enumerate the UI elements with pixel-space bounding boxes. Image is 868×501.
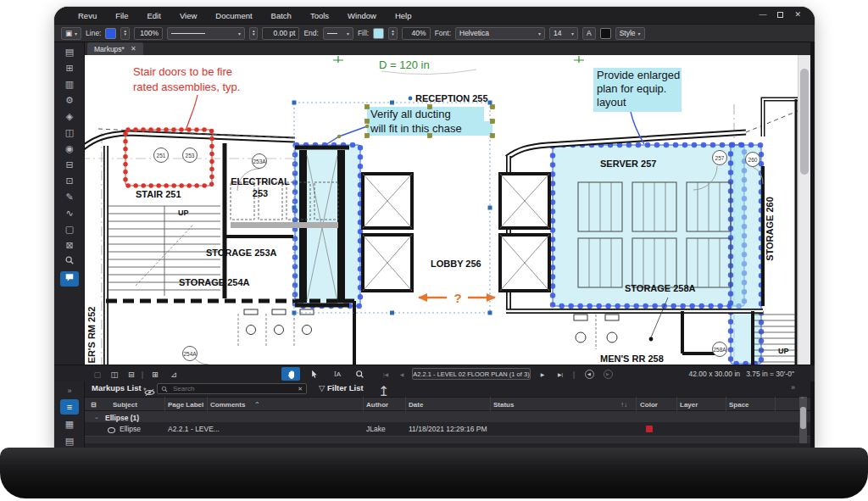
next-view-button[interactable]: ▶ — [602, 367, 614, 381]
document-tab[interactable]: Markups* ✕ — [87, 42, 143, 55]
split-vertical-button[interactable]: ◫ — [108, 367, 120, 381]
studio-icon[interactable] — [60, 271, 79, 287]
scroll-up-icon[interactable]: ⌃ — [800, 396, 804, 402]
menu-view[interactable]: View — [180, 11, 197, 20]
text-fill-swatch[interactable] — [600, 28, 611, 39]
next-page-button[interactable]: ▶ — [537, 367, 548, 381]
close-button[interactable]: ✕ — [794, 10, 801, 19]
canvas-scrollbar[interactable] — [798, 55, 810, 365]
menu-batch[interactable]: Batch — [271, 11, 292, 20]
sync-views-button[interactable]: ⊞ — [149, 367, 161, 381]
split-horizontal-button[interactable]: ⊟ — [125, 367, 137, 381]
line-width-stepper[interactable]: ▲▼ — [249, 27, 258, 40]
maximize-button[interactable] — [777, 12, 783, 18]
markups-scrollbar-thumb[interactable] — [800, 407, 806, 429]
col-status[interactable]: Status — [493, 401, 514, 409]
prev-page-button[interactable]: ◀ — [397, 367, 407, 381]
font-size-dropdown[interactable]: 14▾ — [549, 27, 578, 40]
canvas-scrollbar-thumb[interactable] — [800, 69, 809, 175]
select-text-button[interactable]: IA — [331, 367, 344, 381]
fill-color-swatch[interactable] — [373, 28, 384, 39]
pan-tool-button[interactable] — [281, 367, 300, 381]
col-comments[interactable]: Comments — [210, 401, 245, 409]
form-data-icon[interactable]: ▤ — [62, 435, 77, 448]
line-style-dropdown[interactable]: ▾ — [167, 27, 245, 40]
panel-chevrons-icon[interactable]: » — [62, 385, 77, 398]
red-cloud-markup[interactable] — [125, 95, 212, 186]
col-space[interactable]: Space — [729, 401, 749, 409]
select-tool-button[interactable] — [307, 367, 320, 381]
fill-opacity-stepper[interactable]: ▲▼ — [388, 27, 397, 40]
drawing-canvas[interactable]: Stair doors to be fire rated assemblies,… — [85, 55, 810, 365]
markups-scrollbar[interactable]: ⌃ — [799, 397, 807, 443]
layers-icon[interactable]: ◈ — [62, 110, 77, 124]
signatures-icon[interactable]: ∿ — [62, 207, 77, 220]
forms-icon[interactable]: ▢ — [62, 223, 77, 237]
dimension-label[interactable]: D = 120 in — [379, 58, 430, 71]
col-author[interactable]: Author — [366, 401, 388, 409]
markup-table-row[interactable]: Ellipse A2.2.1 - LEVE... JLake 11/18/202… — [85, 422, 810, 437]
skew-tool-button[interactable]: ⊿ — [168, 367, 180, 381]
col-layer[interactable]: Layer — [680, 401, 698, 409]
thumbnails-icon[interactable]: ⊞ — [62, 62, 77, 75]
markups-icon[interactable]: ✎ — [62, 191, 77, 204]
filter-list-button[interactable]: ▽ Filter List — [319, 383, 364, 392]
first-page-button[interactable]: |◀ — [380, 367, 392, 381]
menu-file[interactable]: File — [115, 11, 128, 20]
line-opacity-value[interactable]: 100% — [134, 27, 163, 40]
close-tab-icon[interactable]: ✕ — [131, 45, 136, 53]
model-3d-icon[interactable]: ▦ — [62, 418, 77, 431]
font-dropdown[interactable]: Helvetica▾ — [455, 27, 545, 40]
clear-search-icon[interactable]: ✕ — [298, 386, 303, 392]
red-note-line2[interactable]: rated assemblies, typ. — [133, 81, 240, 93]
fill-opacity-value[interactable]: 40% — [402, 27, 431, 40]
search-icon[interactable] — [62, 255, 77, 269]
line-opacity-stepper[interactable]: ▲▼ — [120, 27, 129, 40]
panel-collapse-chevrons[interactable]: » — [791, 383, 795, 392]
line-width-value[interactable]: 0.00 pt — [262, 27, 299, 40]
minimize-button[interactable]: — — [759, 10, 766, 19]
tool-chest-icon[interactable]: ◫ — [62, 126, 77, 140]
measurements-icon[interactable]: ⊡ — [62, 175, 77, 188]
spaces-icon[interactable]: ◉ — [62, 142, 77, 156]
markups-list-tab-icon[interactable]: ≡ — [60, 399, 79, 415]
markups-list-title[interactable]: Markups List ▾ — [92, 383, 146, 392]
tool-preset-button[interactable]: ▣▾ — [61, 27, 81, 40]
markups-search-input[interactable] — [171, 384, 294, 393]
markups-search-box[interactable]: ✕ — [157, 383, 307, 394]
question-arrow-markup[interactable]: ? — [418, 291, 496, 305]
line-color-swatch[interactable] — [105, 28, 116, 39]
windows-icon[interactable]: ⊟ — [62, 159, 77, 172]
col-page-label[interactable]: Page Label — [168, 401, 203, 409]
collapse-all-icon[interactable]: ⊟ — [91, 401, 97, 409]
menu-edit[interactable]: Edit — [147, 11, 161, 20]
provide-callout-markup[interactable]: Provide enlarged plan for equip. layout — [593, 68, 682, 144]
zoom-tool-button[interactable] — [353, 367, 366, 381]
storage260-highlight-markup[interactable] — [731, 145, 761, 364]
menu-document[interactable]: Document — [215, 11, 252, 20]
bookmarks-icon[interactable]: ▥ — [62, 78, 77, 92]
page-label-box[interactable]: A2.2.1 - LEVEL 02 FLOOR PLAN (1 of 3) — [412, 368, 531, 380]
single-view-button[interactable]: ▢ — [92, 367, 103, 381]
server-highlight-markup[interactable] — [553, 145, 744, 306]
status-filter-icon[interactable]: ↑↓ — [620, 401, 627, 409]
menu-window[interactable]: Window — [348, 11, 376, 20]
verify-callout-markup[interactable]: Verify all ducting will fit in this chas… — [326, 105, 495, 146]
col-color[interactable]: Color — [640, 401, 658, 409]
menu-revu[interactable]: Revu — [78, 11, 97, 20]
last-page-button[interactable]: ▶| — [554, 367, 566, 381]
font-color-button[interactable]: A — [582, 27, 596, 40]
red-note-line1[interactable]: Stair doors to be fire — [133, 65, 232, 78]
col-date[interactable]: Date — [409, 401, 423, 409]
col-subject[interactable]: Subject — [113, 401, 137, 409]
sort-asc-icon[interactable]: ⌃ — [254, 401, 260, 409]
menu-tools[interactable]: Tools — [310, 11, 329, 20]
line-end-dropdown[interactable]: ▾ — [323, 27, 353, 40]
group-chevron-icon[interactable]: ⌄ — [94, 414, 99, 420]
file-access-icon[interactable]: ▤ — [62, 46, 77, 59]
properties-icon[interactable]: ⚙ — [62, 94, 77, 108]
markup-group-row[interactable]: ⌄ Ellipse (1) — [85, 411, 810, 422]
menu-help[interactable]: Help — [395, 11, 412, 20]
style-dropdown[interactable]: Style▾ — [615, 27, 645, 40]
previous-view-button[interactable]: ◀ — [583, 367, 595, 381]
